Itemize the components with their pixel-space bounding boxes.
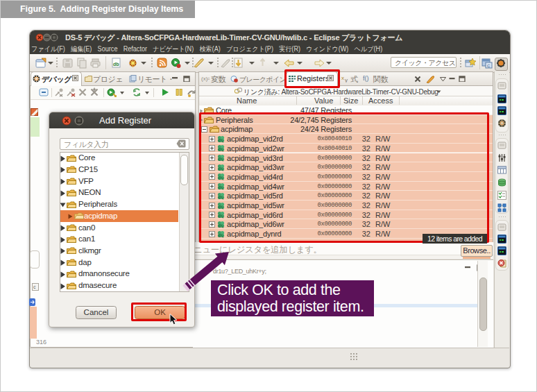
svg-text:c: c	[33, 284, 36, 289]
svg-text:db: db	[113, 62, 119, 67]
svg-text:x: x	[341, 75, 344, 81]
svg-text:y: y	[345, 77, 348, 83]
svg-text:f(): f()	[363, 75, 369, 82]
svg-text:(x)=: (x)=	[201, 76, 210, 82]
svg-text:C: C	[487, 64, 491, 68]
